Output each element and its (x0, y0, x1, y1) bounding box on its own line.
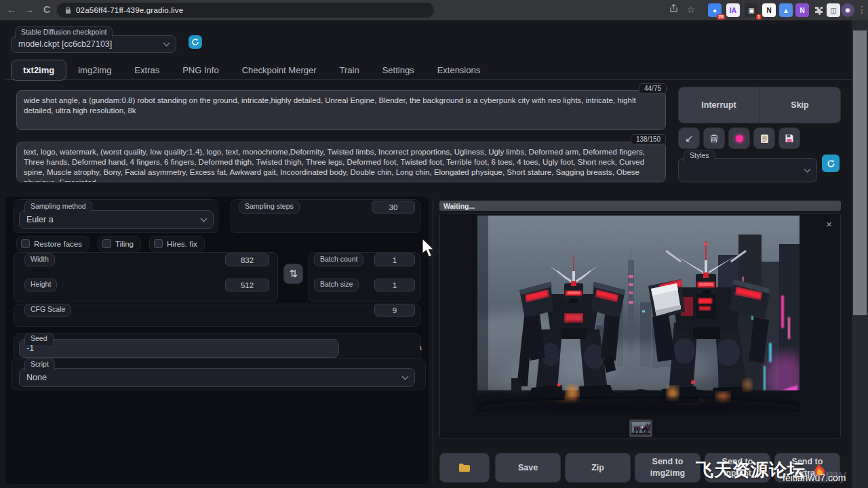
forward-icon[interactable]: → (23, 4, 35, 15)
hires-fix-option[interactable]: Hires. fix (149, 236, 205, 251)
tiling-checkbox[interactable] (102, 239, 111, 248)
restore-faces-option[interactable]: Restore faces (16, 236, 90, 251)
menu-kebab-icon[interactable]: ⋮ (856, 4, 868, 15)
stable-diffusion-webui: ← → C 02a56ff4-71ff-439e.gradio.live ☆ ●… (0, 0, 868, 488)
arrow-down-left-icon: ↙ (685, 133, 693, 144)
interrupt-button[interactable]: Interrupt (679, 87, 760, 123)
extension-icon-ia[interactable]: IA (726, 3, 740, 17)
skip-button[interactable]: Skip (760, 87, 840, 123)
zip-button[interactable]: Zip (565, 453, 631, 483)
tab-png-info[interactable]: PNG Info (171, 60, 230, 80)
chevron-down-icon (804, 166, 811, 173)
mouse-cursor (422, 239, 437, 259)
extension-icon-image[interactable]: ▲ (779, 3, 793, 17)
tab-settings[interactable]: Settings (371, 60, 426, 80)
address-bar[interactable]: 02a56ff4-71ff-439e.gradio.live (57, 3, 434, 18)
tab-bar: txt2img img2img Extras PNG Info Checkpoi… (11, 60, 492, 81)
script-value: None (26, 373, 47, 382)
seed-input[interactable]: -1 (19, 339, 339, 358)
save-style-button[interactable] (778, 127, 800, 149)
floppy-disk-icon (785, 134, 794, 143)
url-text: 02a56ff4-71ff-439e.gradio.live (76, 6, 183, 14)
width-label: Width (24, 253, 55, 266)
script-dropdown[interactable]: None (19, 368, 415, 387)
checkpoint-value: model.ckpt [cc6cb27103] (18, 39, 112, 49)
clear-prompt-button[interactable] (703, 127, 725, 149)
checkpoint-refresh-button[interactable] (189, 35, 202, 49)
swap-arrows-icon: ⇅ (289, 268, 298, 280)
refresh-icon (191, 38, 199, 46)
negative-prompt-token-counter: 138/150 (631, 134, 666, 144)
browser-toolbar: ← → C 02a56ff4-71ff-439e.gradio.live ☆ ●… (0, 0, 868, 20)
script-label: Script (24, 359, 55, 371)
generated-image[interactable] (477, 216, 800, 412)
progress-bar: Waiting... (439, 201, 841, 211)
extension-icon-notion[interactable]: N (762, 3, 776, 17)
swap-dimensions-button[interactable]: ⇅ (283, 264, 303, 284)
tiling-option[interactable]: Tiling (98, 236, 141, 251)
bookmark-star-icon[interactable]: ☆ (685, 4, 697, 15)
tab-checkpoint-merger[interactable]: Checkpoint Merger (231, 60, 328, 80)
trash-icon (709, 134, 719, 143)
styles-label: Styles (684, 150, 715, 162)
watermark-domain: feitianwu7.com (783, 472, 846, 483)
tab-img2img[interactable]: img2img (66, 60, 123, 80)
close-icon[interactable]: × (826, 219, 832, 229)
send-to-img2img-button[interactable]: Send to img2img (635, 453, 701, 483)
refresh-icon[interactable]: C (41, 4, 53, 15)
lock-icon (65, 6, 71, 14)
prompt-token-counter: 44/75 (639, 83, 667, 94)
sampling-steps-label: Sampling steps (239, 201, 300, 214)
extension-icon-dark[interactable]: ▣1 (745, 3, 758, 17)
feature-checkbox-row: Restore faces Tiling Hires. fix (16, 236, 205, 251)
prompt-textarea[interactable]: wide shot angle, a (gundam:0.8) robot st… (16, 90, 666, 130)
restore-faces-checkbox[interactable] (21, 239, 30, 248)
site-watermark: 飞天资源论坛 feitianwu7.com (696, 458, 826, 482)
output-gallery: × (439, 213, 841, 439)
sampling-method-label: Sampling method (24, 201, 92, 213)
hires-fix-checkbox[interactable] (154, 239, 163, 248)
thumbnail-image (631, 422, 650, 434)
chevron-down-icon (402, 373, 409, 380)
paste-params-button[interactable]: ↙ (678, 127, 700, 149)
scrollbar-thumb[interactable] (853, 30, 867, 315)
refresh-icon (827, 159, 835, 168)
batch-count-input[interactable]: 1 (374, 253, 415, 266)
back-icon[interactable]: ← (5, 4, 18, 15)
extension-icon-purple[interactable]: N (795, 3, 809, 17)
sampling-method-dropdown[interactable]: Euler a (19, 210, 214, 229)
cfg-scale-label: CFG Scale (24, 304, 71, 317)
checkpoint-label: Stable Diffusion checkpoint (15, 26, 113, 39)
tab-txt2img[interactable]: txt2img (11, 60, 66, 81)
width-input[interactable]: 832 (225, 253, 269, 266)
profile-avatar[interactable]: ✺ (841, 3, 854, 17)
height-input[interactable]: 512 (225, 279, 269, 291)
tab-extensions[interactable]: Extensions (426, 60, 492, 80)
tab-train[interactable]: Train (328, 60, 371, 80)
open-folder-button[interactable] (439, 453, 490, 483)
apply-style-button[interactable] (753, 127, 775, 149)
styles-refresh-button[interactable] (822, 155, 840, 172)
cfg-scale-input[interactable]: 9 (374, 304, 415, 317)
folder-icon (458, 463, 471, 472)
negative-prompt-textarea[interactable]: text, logo, watermark, (worst quality, l… (16, 142, 666, 182)
batch-size-label: Batch size (314, 279, 359, 291)
clipboard-icon (760, 134, 769, 144)
batch-count-label: Batch count (314, 253, 363, 266)
side-panel-icon[interactable]: ◫ (827, 3, 840, 17)
batch-size-input[interactable]: 1 (374, 279, 415, 291)
extra-networks-button[interactable] (728, 127, 750, 149)
generate-button-group: Interrupt Skip (678, 87, 841, 123)
prompt-tool-row: ↙ (678, 127, 800, 149)
extension-icon-blue[interactable]: ●20 (708, 3, 722, 17)
extensions-puzzle-icon[interactable] (812, 3, 825, 17)
sampling-method-value: Euler a (26, 215, 54, 224)
save-button[interactable]: Save (495, 453, 561, 483)
chevron-down-icon (201, 216, 208, 222)
sampling-steps-input[interactable]: 30 (372, 201, 415, 214)
gallery-thumbnail[interactable] (629, 420, 652, 437)
pink-dot-icon (736, 135, 743, 142)
tab-extras[interactable]: Extras (123, 60, 171, 80)
share-icon[interactable] (667, 4, 679, 15)
progress-text: Waiting... (443, 202, 475, 210)
